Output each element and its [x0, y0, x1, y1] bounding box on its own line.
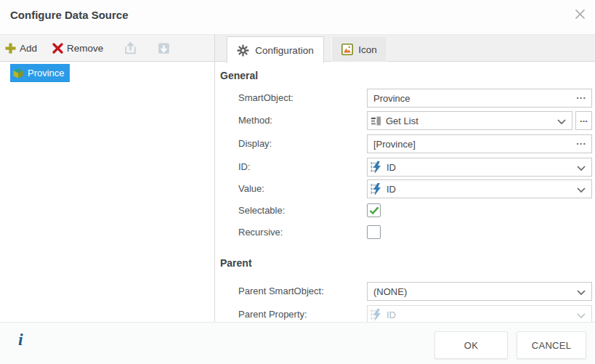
smartobject-ellipsis-button[interactable]: ... [576, 90, 586, 101]
chevron-down-icon [577, 290, 586, 296]
chevron-down-icon [577, 313, 586, 319]
move-down-button[interactable] [154, 35, 174, 61]
remove-x-icon [52, 43, 63, 54]
move-up-button[interactable] [121, 35, 140, 61]
add-plus-icon [5, 43, 16, 54]
chevron-down-icon [577, 187, 586, 193]
value-value: ID [386, 184, 396, 195]
ok-button[interactable]: OK [434, 331, 508, 359]
value-label: Value: [238, 183, 264, 194]
display-value: [Province] [373, 139, 416, 150]
title-bar: Configure Data Source [0, 0, 595, 34]
id-dropdown[interactable]: ID [367, 158, 592, 177]
data-source-list: Province [0, 62, 214, 322]
selectable-label: Selectable: [238, 205, 285, 216]
general-section-heading: General [220, 70, 258, 81]
list-item-province[interactable]: Province [10, 64, 70, 82]
add-button[interactable]: Add [3, 35, 39, 61]
configure-data-source-dialog: Configure Data Source Add Remove [0, 0, 595, 364]
parent-property-value: ID [386, 310, 396, 320]
display-field[interactable]: [Province] ... [367, 134, 592, 153]
gear-icon [237, 44, 249, 57]
move-up-icon [123, 41, 138, 56]
parent-smartobject-label: Parent SmartObject: [238, 286, 324, 296]
autonumber-property-icon [371, 161, 382, 173]
tab-configuration[interactable]: Configuration [227, 36, 324, 63]
display-label: Display: [238, 138, 272, 149]
parent-smartobject-dropdown[interactable]: (NONE) [367, 282, 592, 301]
method-ellipsis-button[interactable]: ... [575, 111, 592, 130]
id-label: ID: [238, 161, 251, 172]
remove-button-label: Remove [67, 43, 103, 54]
recursive-label: Recursive: [238, 227, 283, 238]
selectable-checkbox[interactable] [367, 203, 381, 217]
parent-property-label: Parent Property: [238, 309, 307, 320]
info-icon: i [18, 330, 23, 349]
smartobject-cube-icon [12, 68, 24, 79]
dialog-title: Configure Data Source [10, 9, 129, 21]
method-list-icon [371, 116, 381, 126]
parent-smartobject-value: (NONE) [373, 286, 407, 297]
display-ellipsis-button[interactable]: ... [576, 136, 586, 147]
chevron-down-icon [557, 119, 566, 125]
chevron-down-icon [577, 166, 586, 171]
parent-section-heading: Parent [220, 257, 252, 269]
autonumber-property-icon [371, 183, 382, 195]
value-dropdown[interactable]: ID [367, 179, 592, 198]
remove-button[interactable]: Remove [50, 35, 105, 61]
close-icon[interactable] [573, 7, 586, 20]
dialog-footer: i OK CANCEL [0, 322, 595, 364]
configuration-form: General SmartObject: Province ... Method… [215, 62, 595, 322]
smartobject-value: Province [373, 93, 410, 104]
cancel-button[interactable]: CANCEL [517, 331, 586, 359]
parent-property-dropdown: ID [367, 305, 592, 322]
move-down-icon [156, 41, 171, 56]
list-toolbar: Add Remove [0, 34, 214, 62]
method-label: Method: [238, 115, 272, 126]
tab-icon-label: Icon [358, 44, 377, 55]
tab-configuration-label: Configuration [255, 45, 313, 56]
picture-icon [341, 44, 353, 55]
add-button-label: Add [20, 43, 37, 54]
list-item-label: Province [28, 68, 65, 78]
method-dropdown[interactable]: Get List [367, 111, 572, 130]
smartobject-field[interactable]: Province ... [367, 89, 592, 108]
checkmark-icon [369, 206, 379, 215]
autonumber-property-icon [371, 309, 382, 320]
tab-icon[interactable]: Icon [331, 37, 387, 62]
id-value: ID [386, 162, 396, 173]
recursive-checkbox[interactable] [367, 225, 381, 239]
method-value: Get List [386, 116, 418, 126]
smartobject-label: SmartObject: [238, 92, 294, 103]
tab-strip: Configuration Icon [215, 34, 595, 62]
